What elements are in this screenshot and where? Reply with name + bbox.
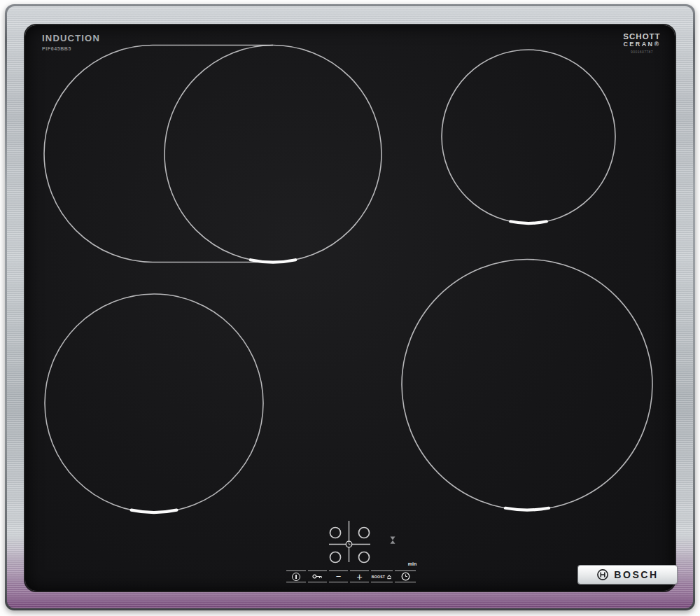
minus-symbol: −: [336, 573, 342, 581]
ceramic-glass-surface: INDUCTION PIF645BB5 SCHOTT CERAN® 900160…: [25, 25, 675, 591]
selector-zone-front-right-button[interactable]: [359, 552, 370, 563]
boost-label: BOOST: [372, 575, 385, 579]
clock-icon: [401, 572, 410, 581]
bosch-wordmark: BOSCH: [614, 569, 659, 580]
timer-button[interactable]: [395, 570, 416, 582]
zone-rear-left-circle: [164, 46, 382, 262]
zone-front-left-circle: [45, 294, 263, 512]
zone-rear-right-circle: [442, 50, 615, 223]
decrease-button[interactable]: −: [329, 570, 348, 582]
selector-zone-front-left-button[interactable]: [330, 552, 341, 563]
schott-code: 9001607787: [617, 50, 666, 54]
key-lock-icon: [312, 573, 323, 580]
schott-logo-line2: CERAN®: [617, 41, 666, 48]
zone-front-left-marker: [132, 510, 177, 512]
increase-button[interactable]: +: [350, 570, 369, 582]
induction-label: INDUCTION: [42, 33, 100, 43]
power-icon: [292, 573, 300, 581]
child-lock-button[interactable]: [308, 570, 327, 582]
zone-front-right-marker: [505, 508, 549, 510]
schott-logo-line1: SCHOTT: [617, 32, 666, 41]
timer-min-label: min: [405, 561, 419, 566]
clock-icon: [346, 541, 352, 547]
flex-zone-outline: [44, 46, 382, 262]
boost-chevron-icon: [386, 574, 392, 580]
control-strip: − + BOOST: [286, 570, 416, 582]
plus-symbol: +: [356, 573, 362, 581]
induction-hob-photo: INDUCTION PIF645BB5 SCHOTT CERAN® 900160…: [0, 0, 700, 616]
hourglass-icon: [391, 537, 396, 544]
flex-zone-stadium: [44, 46, 273, 262]
bosch-badge: BOSCH: [578, 566, 677, 584]
cooking-zones-graphic: [25, 25, 675, 591]
schott-ceran-logo: SCHOTT CERAN® 9001607787: [617, 32, 666, 54]
bosch-armature-icon: [596, 568, 609, 581]
selector-zone-rear-left-button[interactable]: [330, 528, 341, 538]
boost-button[interactable]: BOOST: [371, 570, 393, 582]
zone-rear-right-marker: [510, 221, 547, 223]
selector-zone-rear-right-button[interactable]: [359, 528, 370, 538]
timer-zone-selector[interactable]: [329, 521, 370, 563]
zone-front-right-circle: [402, 260, 652, 510]
model-number: PIF645BB5: [42, 46, 71, 51]
power-button[interactable]: [286, 570, 306, 582]
zone-rear-left-marker: [251, 260, 295, 262]
